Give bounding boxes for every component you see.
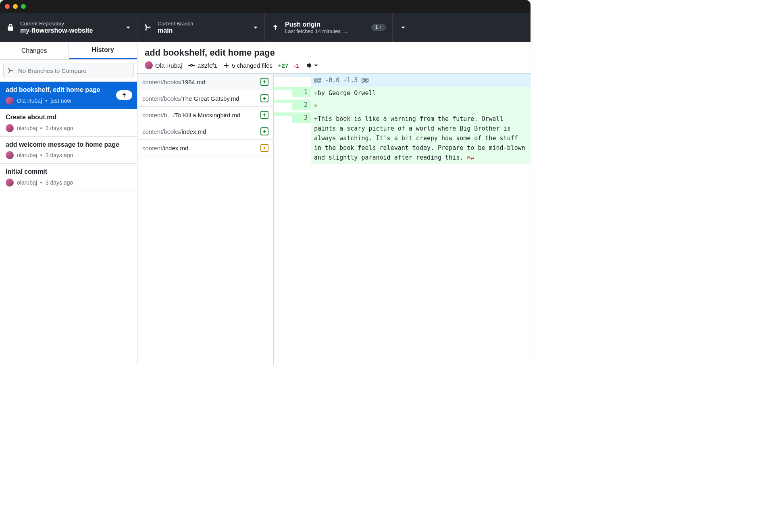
file-row[interactable]: content/books/index.md+ <box>137 123 273 140</box>
chevron-down-icon <box>401 25 406 30</box>
changed-files[interactable]: 5 changed files <box>223 62 273 69</box>
file-row[interactable]: content/index.md• <box>137 140 273 156</box>
diff-gutter <box>292 74 311 77</box>
window-minimize-button[interactable] <box>13 4 18 9</box>
changed-files-label: 5 changed files <box>232 62 273 69</box>
chevron-down-icon <box>314 63 318 67</box>
file-added-icon: + <box>260 78 268 86</box>
commit-item-title: Initial commit <box>6 168 131 176</box>
commit-item-meta: Ola Rubaj•just now <box>6 97 131 105</box>
file-row[interactable]: content/b…/To Kill a Mockingbird.md+ <box>137 107 273 123</box>
commit-list: add bookshelf, edit home pageOla Rubaj•j… <box>0 82 137 365</box>
no-newline-icon: ⊘ <box>463 154 470 161</box>
avatar <box>6 151 14 159</box>
separator: • <box>45 98 47 104</box>
diff-linenum: 3 <box>292 112 311 123</box>
branch-dropdown[interactable]: Current Branch main <box>137 13 265 42</box>
file-name: index.md <box>164 145 188 152</box>
commit-sha[interactable]: a32fcf1 <box>188 62 217 69</box>
commit-item-meta: olarubaj•3 days ago <box>6 151 131 159</box>
lock-icon <box>6 24 15 31</box>
commit-item-author: olarubaj <box>17 125 37 131</box>
diff-line-added: 1+by George Orwell <box>274 87 531 100</box>
sidebar-tabs: Changes History <box>0 42 137 60</box>
separator: • <box>40 125 42 131</box>
sidebar: Changes History No Branches to Compare a… <box>0 42 137 365</box>
tab-history[interactable]: History <box>69 42 137 59</box>
diff-gutter <box>274 112 292 116</box>
commit-item[interactable]: add bookshelf, edit home pageOla Rubaj•j… <box>0 82 137 109</box>
commit-item-author: olarubaj <box>17 152 37 158</box>
commit-detail-meta: Ola Rubaj a32fcf1 5 changed files <box>145 61 523 69</box>
file-added-icon: + <box>260 127 268 135</box>
file-dir: content/ <box>142 145 164 152</box>
diff-hunk-text: @@ -0,0 +1,3 @@ <box>311 74 531 87</box>
diff-icon <box>223 62 229 69</box>
repo-dropdown[interactable]: Current Repository my-flowershow-website <box>0 13 137 42</box>
commit-detail-title: add bookshelf, edit home page <box>145 48 523 58</box>
commit-sha-text: a32fcf1 <box>198 62 217 69</box>
commit-item[interactable]: Create about.mdolarubaj•3 days ago <box>0 109 137 137</box>
file-row[interactable]: content/books/The Great Gatsby.md+ <box>137 90 273 107</box>
repo-name: my-flowershow-website <box>20 27 123 34</box>
commit-item-author: olarubaj <box>17 179 37 186</box>
file-dir: content/books/ <box>142 79 182 85</box>
window-zoom-button[interactable] <box>21 4 26 9</box>
app-window: Current Repository my-flowershow-website… <box>0 0 531 365</box>
avatar <box>145 61 153 69</box>
file-name: index.md <box>182 128 206 135</box>
arrow-up-icon <box>271 24 279 31</box>
diff-area: content/books/1984.md+content/books/The … <box>137 74 531 365</box>
commit-item[interactable]: add welcome message to home pageolarubaj… <box>0 137 137 164</box>
diff-code: +This book is like a warning from the fu… <box>311 112 531 164</box>
branch-name: main <box>158 27 250 34</box>
push-menu-button[interactable] <box>393 13 414 42</box>
body: Changes History No Branches to Compare a… <box>0 42 531 365</box>
commit-item-time: just now <box>50 98 71 104</box>
file-dir: content/books/ <box>142 128 182 135</box>
push-indicator[interactable] <box>116 90 132 100</box>
git-branch-icon <box>144 24 152 31</box>
commit-item-title: add welcome message to home page <box>6 141 131 149</box>
commit-item-meta: olarubaj•3 days ago <box>6 179 131 187</box>
file-path: content/index.md <box>142 145 257 152</box>
commit-item-meta: olarubaj•3 days ago <box>6 124 131 132</box>
tab-changes[interactable]: Changes <box>0 42 69 59</box>
commit-item[interactable]: Initial commitolarubaj•3 days ago <box>0 164 137 191</box>
push-button[interactable]: Push origin Last fetched 14 minutes … 1 … <box>265 13 393 42</box>
diff-code: +by George Orwell <box>311 87 531 100</box>
file-added-icon: + <box>260 94 268 102</box>
branch-compare-select[interactable]: No Branches to Compare <box>3 63 134 78</box>
chevron-down-icon <box>250 25 258 30</box>
file-name: The Great Gatsby.md <box>182 95 239 102</box>
deletions-count: -1 <box>294 62 299 69</box>
avatar <box>6 179 14 187</box>
diff-gutter <box>274 87 292 90</box>
file-path: content/b…/To Kill a Mockingbird.md <box>142 112 257 118</box>
file-dir: content/b…/ <box>142 112 175 118</box>
gear-icon <box>305 62 312 69</box>
window-close-button[interactable] <box>5 4 10 9</box>
commit-item-title: add bookshelf, edit home page <box>6 86 131 94</box>
separator: • <box>40 179 42 186</box>
compare-placeholder: No Branches to Compare <box>18 67 86 74</box>
file-path: content/books/1984.md <box>142 79 257 85</box>
push-label: Push origin <box>285 21 368 28</box>
commit-item-time: 3 days ago <box>46 179 73 186</box>
diff-linenum: 2 <box>292 100 311 110</box>
diff-hunk-header: @@ -0,0 +1,3 @@ <box>274 74 531 87</box>
titlebar <box>0 0 531 13</box>
toolbar: Current Repository my-flowershow-website… <box>0 13 531 42</box>
commit-item-time: 3 days ago <box>46 152 73 158</box>
avatar <box>6 124 14 132</box>
separator: • <box>40 152 42 158</box>
file-list: content/books/1984.md+content/books/The … <box>137 74 274 365</box>
commit-detail-panel: add bookshelf, edit home page Ola Rubaj … <box>137 42 531 365</box>
diff-options-button[interactable] <box>305 62 318 69</box>
diff-code: + <box>311 100 531 112</box>
newline-icon: ↵ <box>470 154 474 161</box>
push-sublabel: Last fetched 14 minutes … <box>285 28 368 35</box>
commit-header: add bookshelf, edit home page Ola Rubaj … <box>137 42 531 74</box>
file-row[interactable]: content/books/1984.md+ <box>137 74 273 90</box>
file-path: content/books/The Great Gatsby.md <box>142 95 257 102</box>
